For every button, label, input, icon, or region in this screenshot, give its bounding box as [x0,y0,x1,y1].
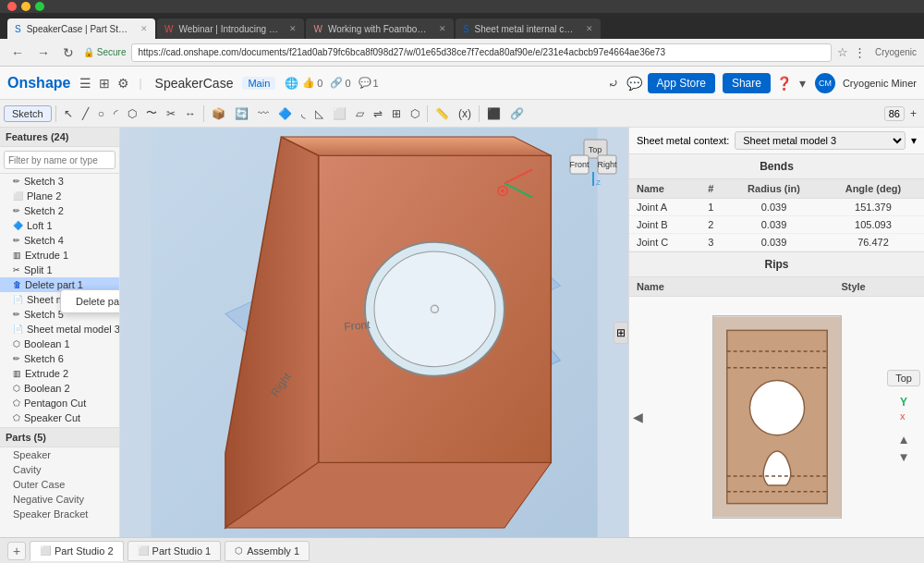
tool-boolean[interactable]: ⬡ [407,105,423,122]
close-button[interactable] [7,2,17,11]
axis-cube-svg: Top Front Right Z [565,135,621,190]
thumbs-up-stat[interactable]: 👍 0 [302,77,322,89]
tool-mate[interactable]: 🔗 [506,105,528,122]
tool-draft[interactable]: ▱ [352,105,368,122]
context-menu-item-deletepart1[interactable]: Delete part 1 [61,292,120,311]
tool-measure[interactable]: 📏 [432,105,453,122]
sidebar-item-sketch6[interactable]: ✏ Sketch 6 [0,351,119,366]
parts-item-speakerbracket[interactable]: Speaker Bracket [0,507,119,521]
chat-icon[interactable]: 💬 [625,74,644,92]
sidebar-item-sketch2[interactable]: ✏ Sketch 2 [0,203,119,218]
tool-planes[interactable]: ⬛ [483,105,505,122]
tool-extrude[interactable]: 📦 [208,105,229,122]
tool-circle[interactable]: ○ [94,105,108,122]
sidebar-item-sheetmetal3[interactable]: 📄 Sheet metal model 3 [0,322,119,337]
sidebar-item-split1[interactable]: ✂ Split 1 [0,263,119,277]
rips-section-title: Rips [629,252,924,277]
tab-sheetmetal[interactable]: S Sheet metal internal corner fli... ✕ [456,18,601,39]
top-view-label[interactable]: Top [887,370,920,386]
grid-icon[interactable]: ⊞ [97,74,112,92]
tool-select[interactable]: ↖ [60,105,77,122]
add-tab-button[interactable]: + [7,542,26,560]
boolean1-icon: ⬡ [13,339,20,349]
sidebar-item-extrude2[interactable]: ▥ Extrude 2 [0,366,119,381]
tool-dimension[interactable]: ↔ [181,105,200,122]
sidebar-item-pentagoncut[interactable]: ⬠ Pentagon Cut [0,396,119,410]
tab-label-4: Sheet metal internal corner fli... [475,24,577,34]
tab-speakercase[interactable]: S SpeakerCase | Part Studio 2 ✕ [7,18,155,39]
bend-a-name: Joint A [629,199,696,216]
sidebar-item-extrude1[interactable]: ▥ Extrude 1 [0,248,119,263]
appstore-button[interactable]: App Store [648,73,715,93]
tab-foamboard[interactable]: W Working with Foamboard - C... ✕ [306,18,453,39]
sidebar-item-speakercut[interactable]: ⬠ Speaker Cut [0,410,119,425]
back-button[interactable]: ← [7,43,28,62]
sidebar-item-sketch3[interactable]: ✏ Sketch 3 [0,174,119,189]
zoom-level[interactable]: 86 [884,106,905,121]
sidebar-search-input[interactable] [4,151,116,169]
tool-sweep[interactable]: 〰 [254,105,273,122]
rips-col-style: Style [783,277,924,297]
minimize-button[interactable] [21,2,30,11]
help-icon[interactable]: ❓ [774,74,794,92]
table-row: Joint C 3 0.039 76.472 [629,234,924,251]
sheet-metal-context-select[interactable]: Sheet metal model 3 [735,131,906,150]
user-avatar[interactable]: CM [815,73,835,93]
nav-left-button[interactable]: ◀ [633,410,643,424]
reload-button[interactable]: ↻ [59,43,78,62]
bottom-tab-partstudio1[interactable]: ⬜ Part Studio 1 [128,541,222,561]
tab-close-icon-4[interactable]: ✕ [586,24,593,33]
sidebar-item-boolean2[interactable]: ⬡ Boolean 2 [0,381,119,396]
tab-close-icon[interactable]: ✕ [140,24,148,33]
parts-item-negativecavity[interactable]: Negative Cavity [0,492,119,507]
menu-icon[interactable]: ☰ [78,74,93,92]
tab-webinar[interactable]: W Webinar | Introducing Onsha... ✕ [157,18,304,39]
tool-line[interactable]: ╱ [79,105,92,122]
tab-close-icon-2[interactable]: ✕ [289,24,297,33]
nav-down-button[interactable]: ▼ [898,450,910,464]
tab-close-icon-3[interactable]: ✕ [439,24,446,33]
parts-item-cavity[interactable]: Cavity [0,462,119,477]
tool-variable[interactable]: (x) [455,105,475,122]
parts-item-outercase[interactable]: Outer Case [0,477,119,492]
tool-trim[interactable]: ✂ [163,105,179,122]
bookmark-icon[interactable]: ☆ [837,45,848,59]
tool-polygon[interactable]: ⬡ [124,105,140,122]
axis-cube[interactable]: Top Front Right Z [565,135,621,193]
sketch-tool-button[interactable]: Sketch [4,105,52,122]
maximize-button[interactable] [35,2,44,11]
tool-fillet[interactable]: ◟ [298,105,310,122]
sidebar-item-loft1[interactable]: 🔷 Loft 1 [0,218,119,233]
viewport[interactable]: Front Right Top Front Right Z ⊞ [120,128,628,537]
sidebar-item-sketch4[interactable]: ✏ Sketch 4 [0,233,119,248]
comment-stat[interactable]: 💬 1 [359,77,379,89]
history-icon[interactable]: ⤾ [606,74,621,92]
forward-button[interactable]: → [33,43,54,62]
tool-arc[interactable]: ◜ [110,105,122,122]
tool-revolve[interactable]: 🔄 [231,105,252,122]
address-input[interactable] [131,43,832,62]
zoom-in-icon[interactable]: + [906,105,920,122]
tool-shell[interactable]: ⬜ [329,105,350,122]
tool-chamfer[interactable]: ◺ [311,105,327,122]
panel-toggle-icon[interactable]: ⊞ [614,322,628,344]
share-button[interactable]: Share [723,73,771,93]
svg-point-16 [501,189,505,192]
tool-mirror[interactable]: ⇌ [370,105,386,122]
sidebar-item-boolean1[interactable]: ⬡ Boolean 1 [0,337,119,351]
parts-item-speaker[interactable]: Speaker [0,447,119,462]
bottom-tab-partstudio2[interactable]: ⬜ Part Studio 2 [30,541,124,561]
bottom-tab-assembly1[interactable]: ⬡ Assembly 1 [225,541,310,561]
tool-spline[interactable]: 〜 [142,104,161,123]
chevron-down-icon[interactable]: ▾ [797,74,808,92]
sidebar-item-plane2[interactable]: ⬜ Plane 2 [0,189,119,203]
settings-icon[interactable]: ⋮ [854,45,866,59]
toolbar-separator-2 [203,105,204,122]
comment-icon: 💬 [359,77,371,89]
onshape-header: Onshape ☰ ⊞ ⚙ | SpeakerCase Main 🌐 👍 0 🔗… [0,67,924,100]
options-icon[interactable]: ⚙ [116,74,131,92]
tool-loft[interactable]: 🔷 [274,105,296,122]
tool-pattern[interactable]: ⊞ [388,105,405,122]
nav-up-button[interactable]: ▲ [898,433,910,447]
link-stat[interactable]: 🔗 0 [330,77,350,89]
